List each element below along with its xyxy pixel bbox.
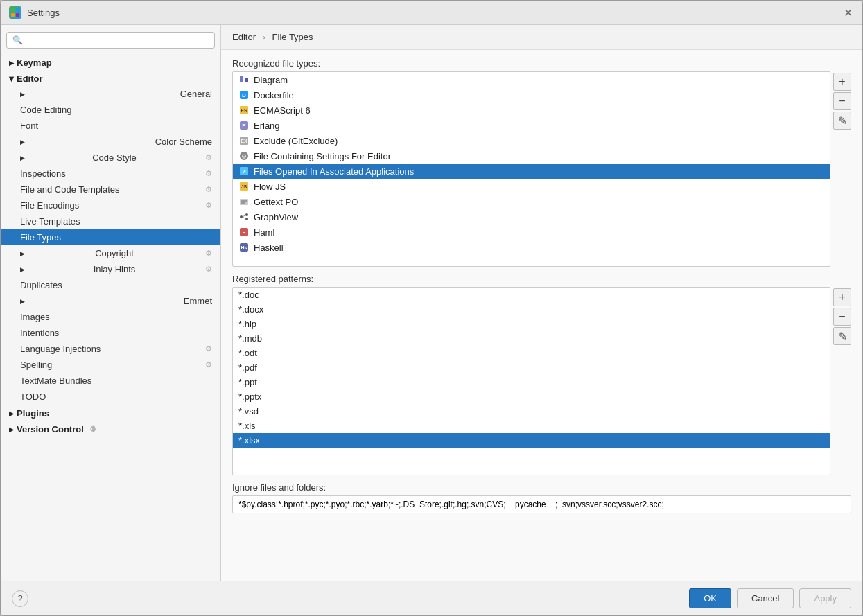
sidebar-item-plugins[interactable]: ▶ Plugins: [1, 405, 220, 421]
list-item[interactable]: H Haml: [233, 225, 830, 240]
sidebar-item-emmet[interactable]: ▶ Emmet: [1, 293, 220, 309]
svg-rect-0: [11, 8, 15, 12]
remove-pattern-button[interactable]: −: [833, 308, 851, 326]
file-code-templates-label: File and Code Templates: [20, 184, 120, 195]
search-input[interactable]: [6, 32, 215, 49]
pattern-hlp: *.hlp: [238, 319, 256, 329]
list-item[interactable]: *.xlsx: [233, 433, 830, 448]
file-settings-icon: ⚙: [238, 150, 250, 161]
list-item[interactable]: *.hlp: [233, 317, 830, 331]
file-types-label: File Types: [20, 232, 61, 243]
sidebar-item-copyright[interactable]: ▶ Copyright ⚙: [1, 245, 220, 261]
list-item[interactable]: *.odt: [233, 346, 830, 360]
add-pattern-button[interactable]: +: [833, 288, 851, 306]
sidebar-item-editor[interactable]: ▶ Editor: [1, 70, 220, 86]
sidebar-item-images[interactable]: Images: [1, 309, 220, 325]
dialog-title: Settings: [27, 8, 60, 18]
list-item[interactable]: ↗ Files Opened In Associated Application…: [233, 164, 830, 179]
list-item[interactable]: *.doc: [233, 288, 830, 302]
edit-pattern-button[interactable]: ✎: [833, 327, 851, 345]
pattern-docx: *.docx: [238, 304, 263, 315]
list-item[interactable]: E Erlang: [233, 118, 830, 133]
list-item[interactable]: *.docx: [233, 302, 830, 317]
list-item[interactable]: Gettext PO: [233, 194, 830, 209]
footer-buttons: OK Cancel Apply: [689, 588, 851, 608]
assoc-label: Files Opened In Associated Applications: [254, 166, 414, 177]
haml-label: Haml: [254, 227, 274, 238]
gettext-icon: [238, 196, 250, 207]
sidebar-item-code-editing[interactable]: Code Editing: [1, 102, 220, 118]
apply-button[interactable]: Apply: [799, 588, 851, 608]
duplicates-label: Duplicates: [20, 280, 62, 290]
registered-label: Registered patterns:: [232, 274, 851, 284]
sidebar-item-intentions[interactable]: Intentions: [1, 325, 220, 341]
list-item[interactable]: *.ppt: [233, 375, 830, 389]
color-scheme-label: Color Scheme: [155, 137, 212, 147]
sidebar-item-file-code-templates[interactable]: File and Code Templates ⚙: [1, 182, 220, 197]
list-item[interactable]: Hs Haskell: [233, 240, 830, 255]
list-item[interactable]: *.pdf: [233, 360, 830, 375]
sidebar-item-duplicates[interactable]: Duplicates: [1, 277, 220, 293]
sidebar-item-spelling[interactable]: Spelling ⚙: [1, 357, 220, 373]
flowjs-icon: JS: [238, 181, 250, 192]
registered-panel-buttons: + − ✎: [833, 287, 851, 475]
sidebar-item-code-style[interactable]: ▶ Code Style ⚙: [1, 150, 220, 166]
haskell-label: Haskell: [254, 243, 284, 253]
svg-line-26: [243, 215, 245, 218]
list-item[interactable]: *.mdb: [233, 331, 830, 346]
pattern-pdf: *.pdf: [238, 362, 257, 373]
images-label: Images: [20, 312, 50, 322]
remove-file-type-button[interactable]: −: [833, 92, 851, 110]
sidebar-item-general[interactable]: ▶ General: [1, 86, 220, 102]
sidebar-item-inspections[interactable]: Inspections ⚙: [1, 166, 220, 182]
list-item[interactable]: *.vsd: [233, 404, 830, 419]
sidebar-item-file-types[interactable]: File Types: [1, 229, 220, 245]
list-item[interactable]: JS Flow JS: [233, 179, 830, 194]
list-item[interactable]: ⚙ File Containing Settings For Editor: [233, 148, 830, 164]
vc-triangle: ▶: [9, 426, 14, 433]
breadcrumb: Editor › File Types: [221, 25, 862, 50]
svg-rect-1: [16, 8, 19, 12]
cancel-button[interactable]: Cancel: [737, 588, 794, 608]
sidebar-item-language-injections[interactable]: Language Injections ⚙: [1, 341, 220, 357]
list-item[interactable]: D Dockerfile: [233, 87, 830, 103]
list-item[interactable]: ES ECMAScript 6: [233, 103, 830, 118]
pattern-mdb: *.mdb: [238, 333, 262, 344]
app-icon: [9, 6, 21, 19]
recognized-list[interactable]: Diagram D Dockerfile: [233, 72, 830, 266]
sidebar-item-todo[interactable]: TODO: [1, 389, 220, 405]
close-button[interactable]: ✕: [842, 6, 854, 19]
sidebar-item-font[interactable]: Font: [1, 118, 220, 134]
diagram-label: Diagram: [254, 75, 288, 85]
ecmascript-label: ECMAScript 6: [254, 105, 311, 116]
edit-file-type-button[interactable]: ✎: [833, 112, 851, 130]
ignore-section: Ignore files and folders:: [232, 482, 851, 513]
list-item[interactable]: Diagram: [233, 72, 830, 87]
sidebar-item-version-control[interactable]: ▶ Version Control ⚙: [1, 421, 220, 437]
ok-button[interactable]: OK: [689, 588, 731, 608]
list-item[interactable]: GraphView: [233, 209, 830, 225]
list-item[interactable]: *.pptx: [233, 389, 830, 404]
emmet-label: Emmet: [184, 296, 212, 306]
sidebar-item-color-scheme[interactable]: ▶ Color Scheme: [1, 134, 220, 150]
ignore-input[interactable]: [232, 495, 851, 513]
list-item[interactable]: *.xls: [233, 419, 830, 433]
sidebar-item-textmate-bundles[interactable]: TextMate Bundles: [1, 373, 220, 389]
spelling-label: Spelling: [20, 360, 52, 370]
svg-text:E: E: [242, 123, 246, 129]
registered-list[interactable]: *.doc *.docx *.hlp *.mdb *.odt *.pdf *.p…: [233, 288, 830, 475]
list-item[interactable]: EX Exclude (GitExclude): [233, 133, 830, 148]
add-file-type-button[interactable]: +: [833, 73, 851, 91]
keymap-label: Keymap: [17, 58, 52, 68]
code-editing-label: Code Editing: [20, 105, 71, 115]
sidebar-item-file-encodings[interactable]: File Encodings ⚙: [1, 197, 220, 213]
sidebar-item-inlay-hints[interactable]: ▶ Inlay Hints ⚙: [1, 261, 220, 277]
help-button[interactable]: ?: [12, 590, 28, 607]
sidebar-item-live-templates[interactable]: Live Templates: [1, 213, 220, 229]
svg-point-25: [245, 218, 248, 220]
todo-label: TODO: [20, 391, 46, 402]
general-label: General: [180, 89, 212, 99]
sidebar-item-keymap[interactable]: ▶ Keymap: [1, 54, 220, 70]
recognized-label: Recognized file types:: [232, 58, 851, 69]
svg-rect-5: [245, 78, 248, 82]
